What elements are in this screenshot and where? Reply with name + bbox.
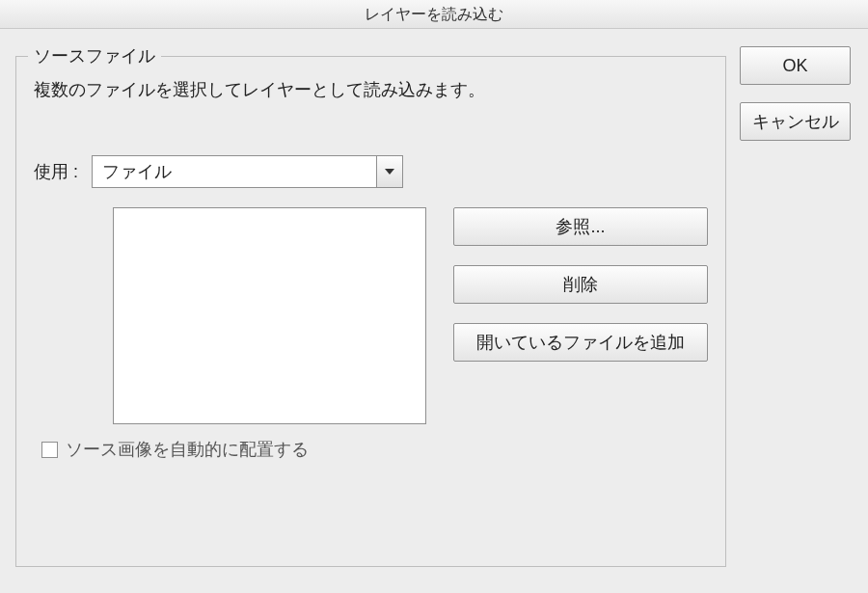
remove-button[interactable]: 削除	[453, 265, 708, 304]
chevron-down-icon	[385, 169, 394, 175]
add-open-files-button-label: 開いているファイルを追加	[476, 331, 685, 354]
browse-button[interactable]: 参照...	[453, 207, 708, 246]
auto-arrange-checkbox[interactable]	[41, 442, 58, 458]
list-buttons-column: 参照... 削除 開いているファイルを追加	[453, 207, 708, 362]
side-column: OK キャンセル	[740, 46, 851, 593]
use-select-dropdown-button[interactable]	[376, 155, 403, 188]
ok-button-label: OK	[782, 56, 807, 76]
use-select-value[interactable]: ファイル	[92, 155, 376, 188]
main-column: ソースファイル 複数のファイルを選択してレイヤーとして読み込みます。 使用 : …	[15, 46, 726, 593]
fieldset-legend: ソースファイル	[28, 44, 161, 67]
remove-button-label: 削除	[563, 273, 598, 296]
dialog-titlebar: レイヤーを読み込む	[0, 0, 868, 29]
source-file-fieldset: ソースファイル 複数のファイルを選択してレイヤーとして読み込みます。 使用 : …	[15, 56, 726, 567]
use-label: 使用 :	[34, 160, 78, 183]
browse-button-label: 参照...	[556, 215, 605, 238]
use-select[interactable]: ファイル	[92, 155, 403, 188]
cancel-button[interactable]: キャンセル	[740, 102, 851, 141]
dialog-body: ソースファイル 複数のファイルを選択してレイヤーとして読み込みます。 使用 : …	[0, 29, 868, 593]
fieldset-description: 複数のファイルを選択してレイヤーとして読み込みます。	[34, 78, 708, 101]
auto-arrange-row: ソース画像を自動的に配置する	[41, 438, 708, 461]
dialog-title: レイヤーを読み込む	[365, 6, 503, 22]
file-list-row: 参照... 削除 開いているファイルを追加	[113, 207, 708, 424]
cancel-button-label: キャンセル	[752, 110, 839, 133]
auto-arrange-label[interactable]: ソース画像を自動的に配置する	[66, 438, 309, 461]
add-open-files-button[interactable]: 開いているファイルを追加	[453, 323, 708, 362]
ok-button[interactable]: OK	[740, 46, 851, 85]
use-row: 使用 : ファイル	[34, 155, 708, 188]
file-listbox[interactable]	[113, 207, 426, 424]
